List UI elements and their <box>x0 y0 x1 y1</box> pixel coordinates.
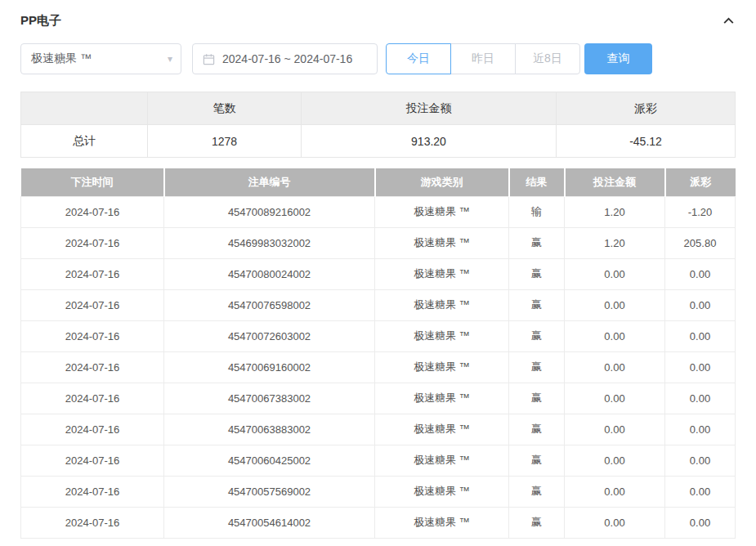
bet-header-cell: 下注时间 <box>21 168 164 196</box>
table-row: 2024-07-1645469983032002极速糖果 ™赢1.20205.8… <box>21 227 736 258</box>
cell-result: 赢 <box>509 258 565 289</box>
quick-btn-yesterday[interactable]: 昨日 <box>450 43 516 74</box>
cell-bet_time: 2024-07-16 <box>21 196 164 227</box>
summary-total-row: 总计 1278 913.20 -45.12 <box>21 125 736 158</box>
cell-result: 输 <box>509 196 565 227</box>
summary-table: 笔数投注金额派彩 总计 1278 913.20 -45.12 <box>20 92 736 158</box>
bet-table-body: 2024-07-1645470089216002极速糖果 ™输1.20-1.20… <box>21 196 736 538</box>
search-button[interactable]: 查询 <box>584 43 652 74</box>
summary-count-value: 1278 <box>148 125 302 158</box>
cell-game_type: 极速糖果 ™ <box>375 258 509 289</box>
cell-bet_time: 2024-07-16 <box>21 258 164 289</box>
panel-header: PP电子 <box>20 10 736 31</box>
page-title: PP电子 <box>20 13 61 29</box>
game-select[interactable]: 极速糖果 ™ ▾ <box>20 43 181 74</box>
summary-total-label: 总计 <box>21 125 148 158</box>
summary-payout-value: -45.12 <box>557 125 736 158</box>
cell-result: 赢 <box>509 445 565 476</box>
cell-bet_id: 45470067383002 <box>164 383 375 414</box>
table-row: 2024-07-1645470076598002极速糖果 ™赢0.000.00 <box>21 289 736 320</box>
bet-header-cell: 结果 <box>509 168 565 196</box>
cell-payout: 205.80 <box>665 227 736 258</box>
cell-bet_time: 2024-07-16 <box>21 289 164 320</box>
cell-game_type: 极速糖果 ™ <box>375 445 509 476</box>
cell-bet_id: 45470060425002 <box>164 445 375 476</box>
quick-date-button-group: 今日 昨日 近8日 <box>386 43 580 74</box>
quick-btn-last8days[interactable]: 近8日 <box>515 43 580 74</box>
cell-bet_amount: 0.00 <box>565 351 665 383</box>
table-row: 2024-07-1645470067383002极速糖果 ™赢0.000.00 <box>21 383 736 414</box>
cell-payout: 0.00 <box>665 383 736 414</box>
summary-header-cell <box>21 92 148 125</box>
pp-dianzi-panel: PP电子 极速糖果 ™ ▾ 2024-07-16 ~ 2024-07-16 <box>0 0 756 539</box>
summary-header-cell: 笔数 <box>148 92 302 125</box>
cell-result: 赢 <box>509 476 565 507</box>
cell-bet_id: 45469983032002 <box>164 227 375 258</box>
cell-payout: 0.00 <box>665 351 736 383</box>
cell-bet_amount: 0.00 <box>565 383 665 414</box>
cell-bet_id: 45470080024002 <box>164 258 375 289</box>
cell-bet_amount: 0.00 <box>565 414 665 445</box>
table-row: 2024-07-1645470069160002极速糖果 ™赢0.000.00 <box>21 351 736 383</box>
cell-bet_id: 45470063883002 <box>164 414 375 445</box>
cell-game_type: 极速糖果 ™ <box>375 320 509 351</box>
cell-bet_amount: 0.00 <box>565 289 665 320</box>
table-row: 2024-07-1645470072603002极速糖果 ™赢0.000.00 <box>21 320 736 351</box>
cell-bet_time: 2024-07-16 <box>21 383 164 414</box>
summary-header-cell: 投注金额 <box>302 92 557 125</box>
cell-game_type: 极速糖果 ™ <box>375 227 509 258</box>
cell-bet_time: 2024-07-16 <box>21 507 164 538</box>
cell-payout: -1.20 <box>665 196 736 227</box>
cell-result: 赢 <box>509 289 565 320</box>
cell-bet_id: 45470057569002 <box>164 476 375 507</box>
table-row: 2024-07-1645470057569002极速糖果 ™赢0.000.00 <box>21 476 736 507</box>
cell-game_type: 极速糖果 ™ <box>375 351 509 383</box>
quick-btn-today[interactable]: 今日 <box>386 43 451 74</box>
collapse-chevron-up-icon[interactable] <box>722 14 736 28</box>
bet-table: 下注时间注单编号游戏类别结果投注金额派彩 2024-07-16454700892… <box>20 168 736 539</box>
date-range-value: 2024-07-16 ~ 2024-07-16 <box>222 52 352 65</box>
table-row: 2024-07-1645470060425002极速糖果 ™赢0.000.00 <box>21 445 736 476</box>
cell-bet_time: 2024-07-16 <box>21 320 164 351</box>
table-row: 2024-07-1645470089216002极速糖果 ™输1.20-1.20 <box>21 196 736 227</box>
cell-bet_id: 45470089216002 <box>164 196 375 227</box>
cell-bet_id: 45470072603002 <box>164 320 375 351</box>
bet-header-cell: 游戏类别 <box>375 168 509 196</box>
cell-result: 赢 <box>509 227 565 258</box>
summary-header-cell: 派彩 <box>557 92 736 125</box>
cell-bet_amount: 0.00 <box>565 258 665 289</box>
cell-game_type: 极速糖果 ™ <box>375 507 509 538</box>
cell-payout: 0.00 <box>665 289 736 320</box>
cell-bet_time: 2024-07-16 <box>21 227 164 258</box>
calendar-icon <box>203 53 215 65</box>
summary-bet-amount-value: 913.20 <box>302 125 557 158</box>
bet-header-cell: 投注金额 <box>565 168 665 196</box>
cell-bet_amount: 1.20 <box>565 196 665 227</box>
cell-payout: 0.00 <box>665 258 736 289</box>
cell-payout: 0.00 <box>665 476 736 507</box>
cell-game_type: 极速糖果 ™ <box>375 289 509 320</box>
table-row: 2024-07-1645470054614002极速糖果 ™赢0.000.00 <box>21 507 736 538</box>
cell-bet_id: 45470054614002 <box>164 507 375 538</box>
cell-bet_time: 2024-07-16 <box>21 445 164 476</box>
cell-result: 赢 <box>509 414 565 445</box>
cell-payout: 0.00 <box>665 445 736 476</box>
bet-header-cell: 注单编号 <box>164 168 375 196</box>
cell-result: 赢 <box>509 507 565 538</box>
cell-result: 赢 <box>509 320 565 351</box>
cell-payout: 0.00 <box>665 320 736 351</box>
cell-bet_amount: 0.00 <box>565 507 665 538</box>
cell-bet_amount: 1.20 <box>565 227 665 258</box>
bet-header-cell: 派彩 <box>665 168 736 196</box>
cell-bet_time: 2024-07-16 <box>21 476 164 507</box>
cell-game_type: 极速糖果 ™ <box>375 476 509 507</box>
cell-game_type: 极速糖果 ™ <box>375 196 509 227</box>
date-range-input[interactable]: 2024-07-16 ~ 2024-07-16 <box>192 43 378 74</box>
filter-bar: 极速糖果 ™ ▾ 2024-07-16 ~ 2024-07-16 今日 昨日 近… <box>20 43 736 74</box>
cell-bet_time: 2024-07-16 <box>21 351 164 383</box>
cell-bet_amount: 0.00 <box>565 445 665 476</box>
cell-bet_time: 2024-07-16 <box>21 414 164 445</box>
cell-game_type: 极速糖果 ™ <box>375 414 509 445</box>
cell-payout: 0.00 <box>665 507 736 538</box>
cell-bet_id: 45470069160002 <box>164 351 375 383</box>
